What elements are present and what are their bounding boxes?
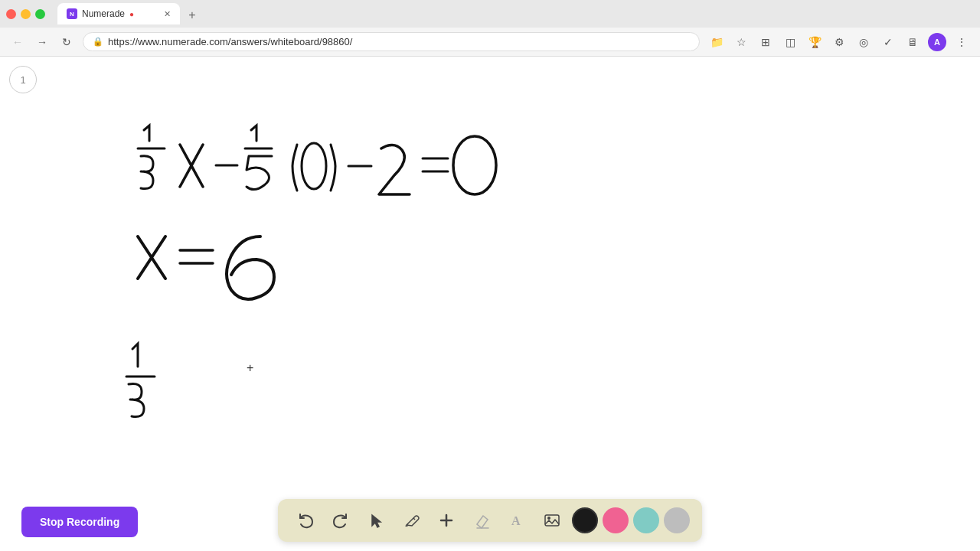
extensions-icon[interactable]: ⊞ [756,33,775,51]
browser-chrome: N Numerade ● ✕ + ← → ↻ 🔒 https://www.num… [0,0,980,57]
downloads-icon[interactable]: 📁 [707,33,726,51]
lock-icon: 🔒 [93,37,103,47]
url-bar[interactable]: 🔒 https://www.numerade.com/answers/white… [83,32,700,51]
maximize-window-button[interactable] [35,9,45,19]
add-tool-button[interactable] [431,505,462,536]
tab-title: Numerade [82,8,125,19]
math-svg [92,103,666,455]
whiteboard-area[interactable]: 1 [0,57,980,551]
tabs-bar: N Numerade ● ✕ + [57,3,974,24]
checkmark-icon[interactable]: ✓ [879,33,897,51]
color-gray-button[interactable] [664,507,690,533]
settings-icon[interactable]: ⚙ [830,33,848,51]
bookmark-icon[interactable]: ☆ [732,33,750,51]
color-black-button[interactable] [572,507,598,533]
pen-tool-button[interactable] [396,505,426,536]
browser-toolbar-icons: 📁 ☆ ⊞ ◫ 🏆 ⚙ ◎ ✓ 🖥 A ⋮ [707,33,971,51]
stop-recording-button[interactable]: Stop Recording [21,507,138,537]
back-button[interactable]: ← [9,34,26,51]
drawing-toolbar: A [278,499,702,542]
address-bar: ← → ↻ 🔒 https://www.numerade.com/answers… [0,28,980,57]
forward-button[interactable]: → [34,34,51,51]
redo-button[interactable] [325,505,356,536]
color-pink-button[interactable] [603,507,629,533]
eraser-tool-button[interactable] [466,505,497,536]
title-bar: N Numerade ● ✕ + [0,0,980,28]
extensions2-icon[interactable]: ◫ [781,33,799,51]
trophy-icon[interactable]: 🏆 [805,33,824,51]
user-avatar-button[interactable]: A [928,33,946,51]
minimize-window-button[interactable] [21,9,31,19]
tab-favicon: N [67,8,77,19]
monitor-icon[interactable]: 🖥 [903,33,922,51]
undo-button[interactable] [290,505,321,536]
svg-rect-16 [545,515,559,526]
text-tool-button[interactable]: A [501,505,532,536]
select-tool-button[interactable] [361,505,391,536]
page-number-badge: 1 [9,66,37,93]
new-tab-button[interactable]: + [183,6,201,24]
image-tool-button[interactable] [537,505,567,536]
tab-recording-indicator: ● [129,10,134,18]
math-content [92,103,666,458]
profile-icon[interactable]: ◎ [854,33,873,51]
reload-button[interactable]: ↻ [58,34,75,51]
close-window-button[interactable] [6,9,16,19]
svg-point-3 [302,143,326,189]
tab-close-button[interactable]: ✕ [164,9,171,19]
svg-text:A: A [511,514,521,527]
window-controls [6,9,45,19]
svg-line-11 [413,518,415,520]
page-number-text: 1 [20,74,25,86]
svg-point-17 [547,517,550,520]
url-text: https://www.numerade.com/answers/whitebo… [108,36,690,47]
more-options-button[interactable]: ⋮ [952,33,971,51]
svg-point-7 [453,136,496,194]
browser-tab[interactable]: N Numerade ● ✕ [57,3,180,24]
color-green-button[interactable] [633,507,659,533]
